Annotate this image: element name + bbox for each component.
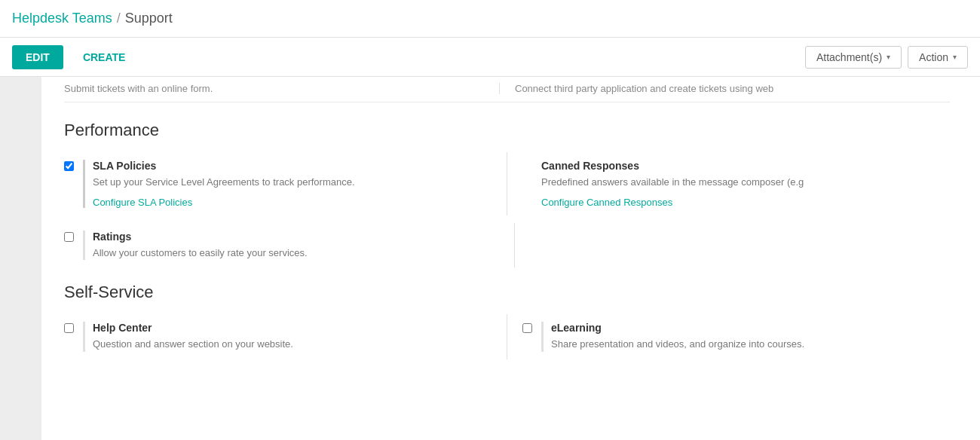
performance-title: Performance <box>64 121 950 140</box>
toolbar: EDIT CREATE Attachment(s) ▾ Action ▾ <box>0 38 980 77</box>
elearning-item: eLearning Share presentation and videos,… <box>507 314 950 359</box>
sla-name: SLA Policies <box>93 160 355 172</box>
self-service-title: Self-Service <box>64 283 950 302</box>
ratings-item: Ratings Allow your customers to easily r… <box>64 223 514 268</box>
attachments-label: Attachment(s) <box>816 51 882 63</box>
canned-configure-link[interactable]: Configure Canned Responses <box>541 197 672 208</box>
sla-policies-item: SLA Policies Set up your Service Level A… <box>64 152 507 215</box>
self-service-row: Help Center Question and answer section … <box>64 314 950 359</box>
help-center-checkbox[interactable] <box>64 323 74 333</box>
canned-name: Canned Responses <box>541 160 804 172</box>
ratings-checkbox[interactable] <box>64 232 74 242</box>
breadcrumb: Helpdesk Teams / Support <box>12 11 968 26</box>
breadcrumb-parent-link[interactable]: Helpdesk Teams <box>12 11 112 26</box>
help-center-checkbox-wrap[interactable] <box>64 323 74 335</box>
ratings-checkbox-wrap[interactable] <box>64 232 74 244</box>
sla-checkbox[interactable] <box>64 161 74 171</box>
elearning-checkbox[interactable] <box>522 323 532 333</box>
edit-button[interactable]: EDIT <box>12 45 63 69</box>
help-center-item: Help Center Question and answer section … <box>64 314 507 359</box>
elearning-name: eLearning <box>551 322 804 334</box>
action-arrow-icon: ▾ <box>953 53 957 61</box>
help-center-desc: Question and answer section on your webs… <box>93 337 293 352</box>
sla-info: SLA Policies Set up your Service Level A… <box>83 160 355 208</box>
help-center-name: Help Center <box>93 322 293 334</box>
elearning-info: eLearning Share presentation and videos,… <box>541 322 804 352</box>
top-strip: Submit tickets with an online form. Conn… <box>64 77 950 102</box>
breadcrumb-current: Support <box>125 11 173 26</box>
sla-desc: Set up your Service Level Agreements to … <box>93 175 355 190</box>
canned-responses-item: Canned Responses Predefined answers avai… <box>507 152 950 215</box>
attachments-button[interactable]: Attachment(s) ▾ <box>805 46 902 69</box>
ratings-name: Ratings <box>93 231 308 243</box>
self-service-section: Self-Service Help Center Question and an… <box>64 283 950 359</box>
action-label: Action <box>919 51 948 63</box>
performance-section: Performance SLA Policies Set up your Ser… <box>64 121 950 267</box>
ratings-desc: Allow your customers to easily rate your… <box>93 246 308 261</box>
elearning-checkbox-wrap[interactable] <box>522 323 532 335</box>
left-sidebar <box>0 77 41 440</box>
sla-configure-link[interactable]: Configure SLA Policies <box>93 197 192 208</box>
help-center-info: Help Center Question and answer section … <box>83 322 293 352</box>
canned-desc: Predefined answers available in the mess… <box>541 175 804 190</box>
top-strip-left: Submit tickets with an online form. <box>64 83 499 94</box>
sla-checkbox-wrap[interactable] <box>64 161 74 173</box>
performance-row-2: Ratings Allow your customers to easily r… <box>64 223 950 268</box>
ratings-info: Ratings Allow your customers to easily r… <box>83 231 308 261</box>
top-strip-right: Connect third party application and crea… <box>499 83 950 94</box>
attachments-arrow-icon: ▾ <box>887 53 890 61</box>
performance-row-1: SLA Policies Set up your Service Level A… <box>64 152 950 215</box>
breadcrumb-separator: / <box>117 11 121 26</box>
elearning-desc: Share presentation and videos, and organ… <box>551 337 804 352</box>
breadcrumb-bar: Helpdesk Teams / Support <box>0 0 980 38</box>
action-button[interactable]: Action ▾ <box>908 46 968 69</box>
create-button[interactable]: CREATE <box>69 45 139 69</box>
canned-info: Canned Responses Predefined answers avai… <box>541 160 804 208</box>
